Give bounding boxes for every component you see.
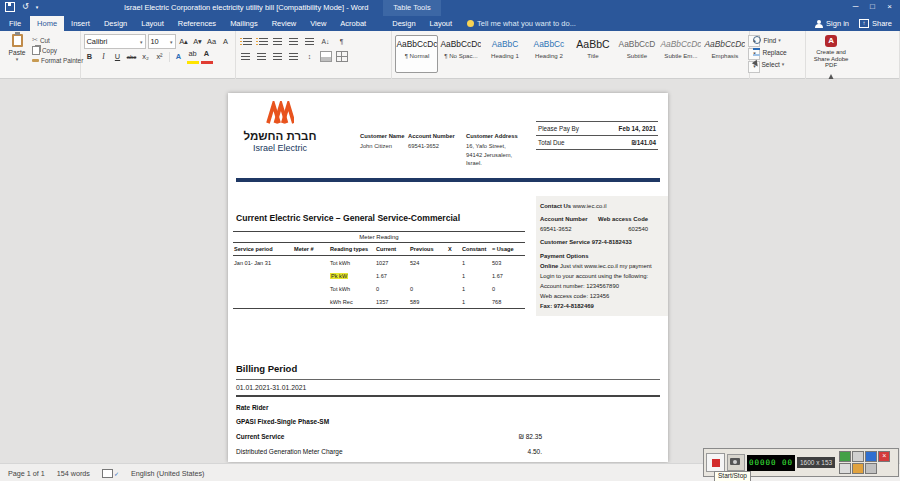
show-formatting-marks-button[interactable]: ¶	[335, 35, 349, 48]
shading-button[interactable]	[319, 50, 333, 63]
grow-font-button[interactable]: A▴	[178, 36, 190, 48]
paragraph-row-2: ↕	[239, 49, 390, 64]
undo-icon[interactable]: ↺	[22, 2, 29, 12]
sign-in-button[interactable]: Sign in	[815, 19, 849, 28]
document-page[interactable]: חברת החשמל Israel Electric Customer Name…	[228, 93, 668, 462]
style-no-spacing[interactable]: AaBbCcDc ¶ No Spac...	[439, 35, 482, 73]
line-spacing-button[interactable]: ↕	[303, 50, 317, 63]
tab-table-design[interactable]: Design	[385, 16, 422, 31]
style-emphasis[interactable]: AaBbCcDc Emphasis	[703, 35, 746, 73]
logo-english-text: Israel Electric	[238, 143, 322, 153]
quick-access-toolbar: ↺ ▾	[5, 2, 38, 12]
font-size-select[interactable]: 10 ▾	[148, 34, 176, 49]
sort-button[interactable]: A↓	[319, 35, 333, 48]
increase-indent-button[interactable]	[303, 35, 317, 48]
pencil-icon[interactable]	[852, 463, 864, 474]
minimize-recorder-icon[interactable]	[865, 451, 877, 462]
align-left-button[interactable]	[239, 50, 253, 63]
record-button[interactable]	[706, 453, 725, 472]
font-color-button[interactable]: A	[201, 50, 213, 64]
underline-button[interactable]: U	[112, 51, 124, 63]
shrink-font-button[interactable]: A▾	[192, 36, 204, 48]
change-case-button[interactable]: Aa	[206, 36, 218, 48]
font-family-select[interactable]: Calibri ▾	[84, 34, 146, 49]
paste-button[interactable]: Paste ▾	[4, 34, 30, 67]
style-subtitle[interactable]: AaBbCcD Subtitle	[615, 35, 658, 73]
minimize-button[interactable]: ─	[847, 0, 864, 15]
speaker-icon[interactable]	[839, 463, 851, 474]
bullets-button[interactable]	[239, 35, 253, 48]
qat-customize-icon[interactable]: ▾	[36, 2, 39, 12]
superscript-button[interactable]: x²	[154, 51, 166, 63]
save-icon[interactable]	[5, 2, 15, 12]
subscript-button[interactable]: x₂	[140, 51, 152, 63]
style-normal[interactable]: AaBbCcDc ¶ Normal	[395, 35, 438, 73]
billing-period-heading: Billing Period	[236, 363, 660, 374]
tell-me-label: Tell me what you want to do...	[477, 19, 576, 28]
table-tools-tabs: Design Layout	[385, 16, 459, 31]
current-service-row: Current Service ₪ 82.35	[236, 433, 542, 440]
divider	[236, 379, 660, 380]
tab-table-layout[interactable]: Layout	[423, 16, 460, 31]
settings-icon[interactable]	[852, 451, 864, 462]
tab-layout[interactable]: Layout	[134, 16, 171, 31]
align-center-icon	[257, 53, 266, 61]
text-effects-button[interactable]: A	[173, 51, 185, 63]
tab-insert[interactable]: Insert	[64, 16, 97, 31]
justify-button[interactable]	[287, 50, 301, 63]
numbering-button[interactable]	[255, 35, 269, 48]
account-number-value: 69541-3652	[408, 142, 455, 151]
web-access-line: Web access code: 123456	[540, 292, 664, 301]
align-center-button[interactable]	[255, 50, 269, 63]
pay-by-date: Feb 14, 2021	[619, 125, 656, 132]
camera-icon	[730, 458, 740, 465]
find-button[interactable]: Find ▾	[753, 34, 803, 46]
contact-sidebar: Contact Us www.iec.co.il Account Number …	[536, 196, 668, 316]
style-subtle-emphasis[interactable]: AaBbCcDc Subtle Em...	[659, 35, 702, 73]
cut-button[interactable]: ✂ Cut	[32, 35, 83, 45]
rate-rider-label: Rate Rider	[236, 404, 660, 411]
style-title[interactable]: AaBbC Title	[571, 35, 614, 73]
style-heading-1[interactable]: AaBbC Heading 1	[483, 35, 526, 73]
create-share-pdf-button[interactable]: A Create and Share Adobe PDF	[809, 34, 853, 71]
close-recorder-icon[interactable]: ×	[878, 451, 890, 462]
tab-home[interactable]: Home	[30, 16, 64, 31]
copy-button[interactable]: Copy	[32, 45, 83, 55]
tab-view[interactable]: View	[303, 16, 333, 31]
strikethrough-button[interactable]: abc	[126, 51, 138, 63]
word-count[interactable]: 154 words	[57, 469, 90, 478]
multilevel-list-icon	[273, 38, 282, 46]
tab-acrobat[interactable]: Acrobat	[333, 16, 373, 31]
highlight-color-button[interactable]: ab	[187, 50, 199, 64]
tool-icon[interactable]	[865, 463, 877, 474]
multilevel-list-button[interactable]	[271, 35, 285, 48]
tab-review[interactable]: Review	[265, 16, 304, 31]
table-row: kWh Rec 1357 589 1 768	[233, 295, 525, 308]
bold-button[interactable]: B	[84, 51, 96, 63]
tab-file[interactable]: File	[0, 16, 30, 31]
monitor-icon[interactable]	[839, 451, 851, 462]
borders-button[interactable]	[335, 50, 349, 63]
language-indicator[interactable]: English (United States)	[131, 469, 205, 478]
window-controls: ─ □ ×	[847, 0, 898, 15]
close-button[interactable]: ×	[881, 0, 898, 15]
select-button[interactable]: Select ▾	[753, 58, 803, 70]
maximize-button[interactable]: □	[864, 0, 881, 15]
recorder-icon-cluster: ×	[839, 451, 890, 474]
style-heading-2[interactable]: AaBbCc Heading 2	[527, 35, 570, 73]
spellcheck-button[interactable]: ✓	[102, 469, 119, 478]
share-button[interactable]: ↑ Share	[859, 19, 892, 28]
italic-button[interactable]: I	[98, 51, 110, 63]
format-painter-button[interactable]: Format Painter	[32, 55, 83, 65]
tab-mailings[interactable]: Mailings	[223, 16, 265, 31]
replace-button[interactable]: Replace	[753, 46, 803, 58]
page-indicator[interactable]: Page 1 of 1	[8, 469, 45, 478]
camera-button[interactable]	[727, 454, 745, 471]
tab-design[interactable]: Design	[97, 16, 134, 31]
tab-references[interactable]: References	[171, 16, 223, 31]
align-right-button[interactable]	[271, 50, 285, 63]
tell-me-box[interactable]: Tell me what you want to do...	[467, 16, 576, 31]
meter-reading-title: Meter Reading	[233, 231, 525, 243]
decrease-indent-button[interactable]	[287, 35, 301, 48]
clear-formatting-button[interactable]: A	[220, 36, 232, 48]
